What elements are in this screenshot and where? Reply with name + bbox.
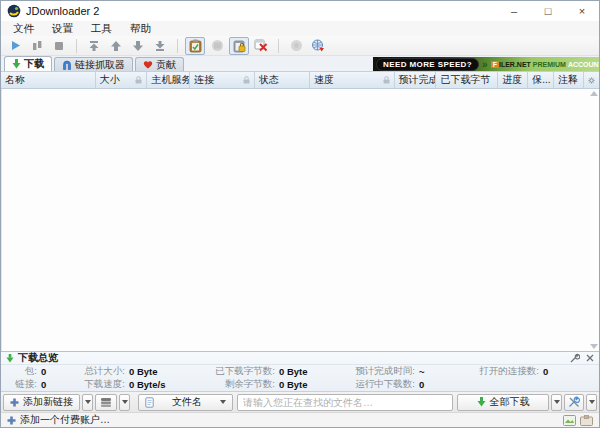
move-down-button[interactable] — [128, 37, 148, 55]
clipboard-disabled-button[interactable] — [207, 37, 227, 55]
move-bottom-icon — [154, 40, 166, 52]
update-disabled-icon — [290, 39, 303, 52]
add-container-dropdown-button[interactable] — [119, 394, 130, 411]
running-downloads-label: 运行中下载数: — [333, 378, 419, 391]
move-to-bottom-button[interactable] — [150, 37, 170, 55]
add-premium-account-label: 添加一个付费账户… — [20, 413, 110, 427]
search-box — [237, 394, 453, 411]
download-all-label: 全部下载 — [490, 395, 530, 409]
total-size-label: 总计大小: — [71, 365, 129, 378]
start-downloads-button[interactable] — [5, 37, 25, 55]
heart-icon — [143, 60, 153, 69]
links-label: 链接: — [1, 378, 41, 391]
tab-linkgrabber-label: 链接抓取器 — [75, 58, 125, 72]
tab-linkgrabber[interactable]: 链接抓取器 — [54, 57, 133, 71]
premium-ad-banner[interactable]: NEED MORE SPEED? » F ILER.NET PREMIUM AC… — [373, 57, 599, 71]
column-header-progress[interactable]: 进度 — [498, 72, 528, 88]
overview-row-2: 链接: 0 下载速度: 0 Byte/s 剩余字节数: 0 Byte 运行中下载… — [1, 378, 599, 391]
overview-row-1: 包: 0 总计大小: 0 Byte 已下载字节数: 0 Byte 预计完成时间:… — [1, 365, 599, 378]
app-logo-icon — [7, 4, 21, 18]
window-preview-icon[interactable] — [563, 415, 576, 426]
scrollbar-down-icon[interactable] — [590, 344, 598, 349]
search-input[interactable] — [238, 397, 452, 408]
menu-settings[interactable]: 设置 — [43, 21, 82, 36]
chevron-down-icon — [122, 400, 128, 404]
downloads-table-body[interactable] — [1, 89, 599, 351]
scrollbar-up-icon[interactable] — [590, 91, 598, 96]
download-all-button[interactable]: 全部下载 — [457, 394, 549, 411]
quick-settings-dropdown-button[interactable] — [586, 394, 597, 411]
column-header-size[interactable]: 大小 — [96, 72, 148, 88]
gear-icon — [588, 76, 595, 85]
column-header-host[interactable]: 主机服务... — [147, 72, 190, 88]
tools-icon — [568, 396, 580, 408]
column-header-keep[interactable]: 保... — [528, 72, 554, 88]
tab-downloads-label: 下载 — [24, 57, 44, 71]
stack-icon — [100, 397, 112, 408]
lock-icon — [135, 76, 142, 84]
move-up-button[interactable] — [106, 37, 126, 55]
main-toolbar — [1, 36, 599, 56]
remove-disabled-links-button[interactable] — [251, 37, 271, 55]
eta-label: 预计完成时间: — [333, 365, 419, 378]
column-header-eta[interactable]: 预计完成... — [395, 72, 437, 88]
menu-tools[interactable]: 工具 — [82, 21, 121, 36]
remaining-bytes-value: 0 Byte — [279, 379, 333, 390]
quick-settings-button[interactable] — [564, 394, 584, 411]
move-to-top-button[interactable] — [84, 37, 104, 55]
download-all-dropdown-button[interactable] — [551, 394, 562, 411]
tab-donate-label: 贡献 — [156, 58, 176, 72]
add-new-links-label: 添加新链接 — [23, 395, 73, 409]
column-header-name[interactable]: 名称 — [1, 72, 96, 88]
move-down-icon — [132, 40, 144, 52]
menu-file[interactable]: 文件 — [4, 21, 43, 36]
premium-lock-toggle[interactable] — [229, 37, 249, 55]
add-new-links-button[interactable]: 添加新链接 — [3, 394, 80, 411]
update-button[interactable] — [286, 37, 306, 55]
packages-label: 包: — [1, 365, 41, 378]
column-settings-button[interactable] — [584, 72, 599, 88]
lock-icon — [243, 76, 250, 84]
column-header-speed[interactable]: 速度 — [310, 72, 395, 88]
download-arrow-icon — [477, 397, 486, 407]
tab-downloads[interactable]: 下载 — [4, 56, 52, 71]
running-downloads-value: 0 — [419, 379, 455, 390]
tab-donate[interactable]: 贡献 — [135, 57, 184, 71]
move-top-icon — [88, 40, 100, 52]
column-header-comment[interactable]: 注释 — [554, 72, 584, 88]
add-links-dropdown-button[interactable] — [82, 394, 93, 411]
clipboard-lock-icon — [233, 39, 246, 53]
maximize-button[interactable]: □ — [531, 1, 565, 21]
window-title: JDownloader 2 — [26, 5, 497, 17]
eta-value: ~ — [419, 366, 455, 377]
jdownloader-window: JDownloader 2 – □ × 文件 设置 工具 帮助 — [0, 0, 600, 428]
download-arrow-icon — [6, 354, 14, 363]
column-header-status[interactable]: 状态 — [255, 72, 310, 88]
stop-downloads-button[interactable] — [49, 37, 69, 55]
packages-value: 0 — [41, 366, 71, 377]
column-header-loaded[interactable]: 已下载字节 — [436, 72, 498, 88]
add-premium-account-button[interactable]: 添加一个付费账户… — [7, 413, 110, 427]
package-icon[interactable] — [580, 415, 593, 426]
chevron-down-icon — [554, 400, 560, 404]
search-category-combobox[interactable]: 文件名 — [138, 394, 233, 411]
banner-premium: PREMIUM — [533, 61, 566, 68]
plus-icon — [10, 398, 19, 407]
menu-help[interactable]: 帮助 — [121, 21, 160, 36]
minimize-button[interactable]: – — [497, 1, 531, 21]
menu-bar: 文件 设置 工具 帮助 — [1, 21, 599, 36]
pause-downloads-button[interactable] — [27, 37, 47, 55]
download-speed-label: 下载速度: — [71, 378, 129, 391]
overview-settings-wrench-icon[interactable] — [570, 353, 580, 363]
filer-name: ILER.NET — [499, 61, 531, 68]
add-container-button[interactable] — [95, 394, 117, 411]
chevron-down-icon — [220, 400, 226, 404]
column-header-connection[interactable]: 连接 — [190, 72, 255, 88]
bottom-toolbar: 添加新链接 文件名 全部下载 — [1, 391, 599, 412]
reconnect-button[interactable] — [308, 37, 328, 55]
overview-close-icon[interactable] — [586, 354, 594, 362]
clipboard-observer-toggle[interactable] — [185, 37, 205, 55]
close-button[interactable]: × — [565, 1, 599, 21]
open-connections-value: 0 — [543, 366, 567, 377]
banner-chevrons: » — [482, 59, 488, 70]
